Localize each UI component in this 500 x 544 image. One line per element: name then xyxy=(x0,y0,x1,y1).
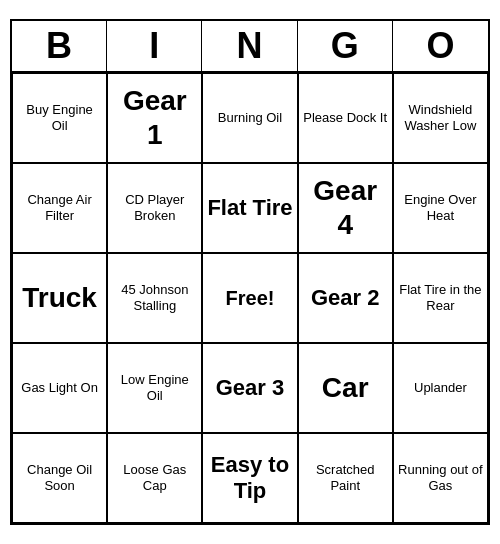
bingo-cell: Running out of Gas xyxy=(393,433,488,523)
bingo-cell: Loose Gas Cap xyxy=(107,433,202,523)
bingo-cell: Change Air Filter xyxy=(12,163,107,253)
bingo-cell: Gas Light On xyxy=(12,343,107,433)
header-letter: I xyxy=(107,21,202,71)
header-letter: G xyxy=(298,21,393,71)
header-letter: N xyxy=(202,21,297,71)
bingo-cell: Engine Over Heat xyxy=(393,163,488,253)
bingo-cell: Change Oil Soon xyxy=(12,433,107,523)
bingo-grid: Buy Engine OilGear 1Burning OilPlease Do… xyxy=(12,73,488,523)
bingo-cell: Buy Engine Oil xyxy=(12,73,107,163)
bingo-header: BINGO xyxy=(12,21,488,73)
bingo-cell: Uplander xyxy=(393,343,488,433)
bingo-cell: Gear 3 xyxy=(202,343,297,433)
bingo-cell: Please Dock It xyxy=(298,73,393,163)
bingo-cell: Windshield Washer Low xyxy=(393,73,488,163)
bingo-cell: Low Engine Oil xyxy=(107,343,202,433)
bingo-cell: Truck xyxy=(12,253,107,343)
header-letter: B xyxy=(12,21,107,71)
bingo-cell: Free! xyxy=(202,253,297,343)
bingo-cell: Scratched Paint xyxy=(298,433,393,523)
header-letter: O xyxy=(393,21,488,71)
bingo-cell: Gear 1 xyxy=(107,73,202,163)
bingo-cell: Flat Tire in the Rear xyxy=(393,253,488,343)
bingo-cell: Flat Tire xyxy=(202,163,297,253)
bingo-card: BINGO Buy Engine OilGear 1Burning OilPle… xyxy=(10,19,490,525)
bingo-cell: Gear 2 xyxy=(298,253,393,343)
bingo-cell: Easy to Tip xyxy=(202,433,297,523)
bingo-cell: Burning Oil xyxy=(202,73,297,163)
bingo-cell: Gear 4 xyxy=(298,163,393,253)
bingo-cell: 45 Johnson Stalling xyxy=(107,253,202,343)
bingo-cell: Car xyxy=(298,343,393,433)
bingo-cell: CD Player Broken xyxy=(107,163,202,253)
